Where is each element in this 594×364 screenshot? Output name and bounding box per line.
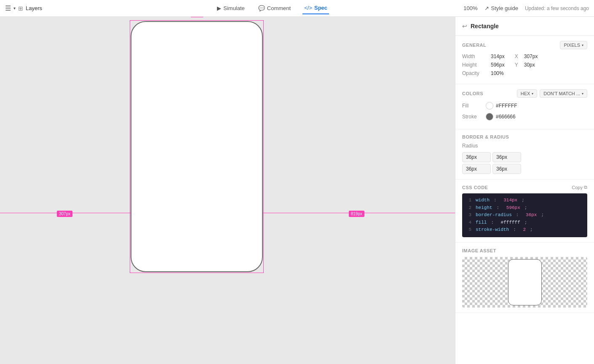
code-line-4: 4 fill: #ffffff;: [466, 219, 583, 227]
css-code-section: CSS CODE Copy ⧉ 1 width: 314px; 2 height…: [455, 179, 594, 243]
height-row: Height 596px Y 30px: [462, 62, 587, 68]
stroke-swatch: [486, 113, 493, 120]
right-panel: ↩ Rectangle GENERAL PIXELS ▾ Width 314px…: [455, 17, 594, 364]
css-header-row: CSS CODE Copy ⧉: [462, 185, 587, 190]
opacity-label: Opacity: [462, 70, 487, 76]
border-radius-label: BORDER & RADIUS: [462, 134, 509, 139]
width-row: Width 314px X 307px: [462, 54, 587, 59]
layers-label: Layers: [26, 5, 42, 11]
fill-label: Fill: [462, 103, 483, 109]
opacity-value: 100%: [491, 70, 504, 76]
radius-tl: 36px: [462, 152, 491, 162]
dont-match-dropdown[interactable]: DON'T MATCH ... ▾: [540, 89, 587, 98]
hex-dropdown[interactable]: HEX ▾: [517, 89, 538, 98]
measure-right-label: 819px: [349, 211, 364, 217]
image-asset-preview: [508, 259, 542, 305]
code-line-3: 3 border-radius: 36px;: [466, 211, 583, 219]
nav-spec[interactable]: </> Spec: [302, 2, 329, 14]
external-link-icon: ↗: [484, 5, 489, 11]
topbar-right: 100% ↗ Style guide Updated: a few second…: [463, 5, 589, 11]
stroke-label: Stroke: [462, 114, 483, 120]
css-code-label: CSS CODE: [462, 185, 488, 190]
rectangle-icon: ↩: [462, 23, 467, 29]
border-radius-section: BORDER & RADIUS Radius 36px 36px 36px 36…: [455, 129, 594, 179]
css-code-block: 1 width: 314px; 2 height: 596px; 3 borde…: [462, 193, 587, 237]
panel-title: Rectangle: [471, 23, 499, 29]
chevron-down-icon[interactable]: ▾: [13, 6, 16, 11]
fill-row: Fill #FFFFFF: [462, 102, 587, 110]
topbar-center: ▶ Simulate 💬 Comment </> Spec: [84, 2, 460, 14]
x-label: X: [515, 54, 518, 59]
width-label: Width: [462, 54, 487, 59]
code-line-1: 1 width: 314px;: [466, 197, 583, 204]
general-section: GENERAL PIXELS ▾ Width 314px X 307px Hei…: [455, 36, 594, 84]
image-asset-label: IMAGE ASSET: [462, 248, 496, 253]
y-label: Y: [515, 62, 518, 68]
hamburger-icon[interactable]: ☰: [5, 4, 11, 12]
measure-top-label: 38px: [190, 17, 204, 17]
pixels-dropdown-arrow: ▾: [582, 43, 583, 47]
radius-bl: 36px: [462, 164, 491, 174]
hex-dropdown-arrow: ▾: [532, 92, 533, 96]
code-line-5: 5 stroke-width: 2;: [466, 226, 583, 234]
simulate-icon: ▶: [217, 5, 221, 11]
radius-grid: 36px 36px 36px 36px: [462, 152, 521, 174]
spec-icon: </>: [304, 5, 312, 11]
radius-label: Radius: [462, 143, 487, 149]
style-guide-button[interactable]: ↗ Style guide: [484, 5, 518, 11]
layers-icon: ⊞: [18, 5, 23, 12]
main-layout: 38px 307px 819px ↩ Rectangle GENERAL PIX…: [0, 17, 594, 364]
colors-section: COLORS HEX ▾ DON'T MATCH ... ▾ Fill #FFF…: [455, 84, 594, 129]
code-line-2: 2 height: 596px;: [466, 204, 583, 212]
canvas-area[interactable]: 38px 307px 819px: [0, 17, 455, 364]
image-asset-area: [462, 257, 587, 308]
stroke-value: #666666: [496, 114, 516, 120]
panel-header: ↩ Rectangle: [455, 17, 594, 36]
image-asset-section: IMAGE ASSET: [455, 243, 594, 313]
nav-comment[interactable]: 💬 Comment: [257, 3, 292, 14]
height-value: 596px: [491, 62, 505, 68]
updated-text: Updated: a few seconds ago: [525, 5, 589, 11]
fill-swatch: [486, 102, 493, 110]
copy-button[interactable]: Copy ⧉: [572, 185, 587, 190]
x-value: 307px: [524, 54, 538, 59]
topbar-left: ☰ ▾ ⊞ Layers: [5, 4, 81, 12]
opacity-row: Opacity 100%: [462, 70, 587, 76]
nav-simulate[interactable]: ▶ Simulate: [215, 3, 246, 14]
zoom-level[interactable]: 100%: [463, 5, 477, 11]
stroke-row: Stroke #666666: [462, 113, 587, 120]
topbar: ☰ ▾ ⊞ Layers ▶ Simulate 💬 Comment </> Sp…: [0, 0, 594, 17]
copy-icon: ⧉: [584, 185, 587, 190]
width-value: 314px: [491, 54, 505, 59]
dont-match-dropdown-arrow: ▾: [582, 92, 583, 96]
general-label: GENERAL: [462, 43, 486, 48]
radius-br: 36px: [492, 164, 521, 174]
measure-left-label: 307px: [57, 211, 72, 217]
colors-label: COLORS: [462, 91, 483, 96]
comment-icon: 💬: [258, 5, 265, 11]
rect-container: 38px: [131, 21, 263, 272]
rectangle-element[interactable]: [131, 21, 263, 272]
fill-value: #FFFFFF: [496, 103, 517, 109]
radius-tr: 36px: [492, 152, 521, 162]
pixels-dropdown[interactable]: PIXELS ▾: [560, 41, 587, 49]
y-value: 30px: [524, 62, 535, 68]
height-label: Height: [462, 62, 487, 68]
